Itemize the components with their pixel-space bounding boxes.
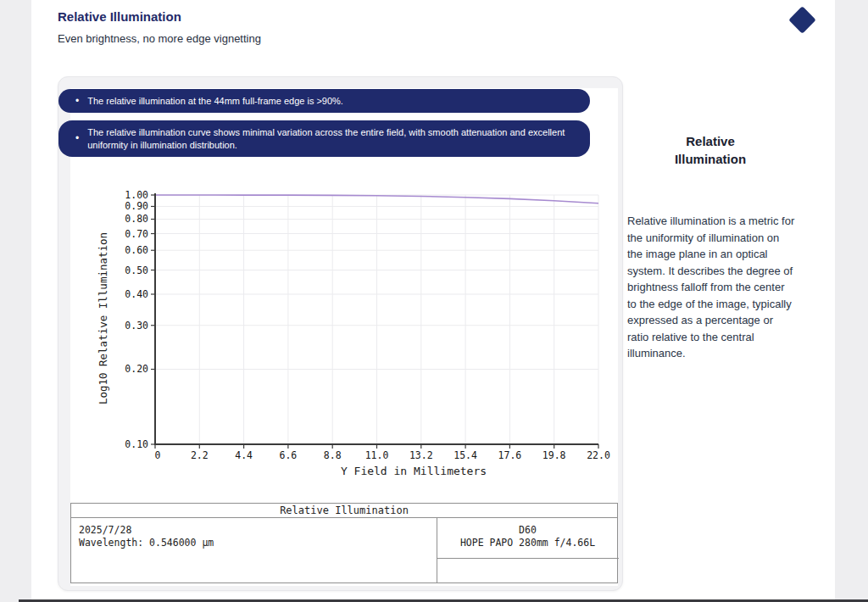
x-tick-label: 8.8: [324, 449, 342, 461]
sidebar-heading: Relative Illumination: [627, 132, 793, 168]
y-tick-label: 0.10: [125, 438, 148, 450]
y-tick-label: 0.30: [125, 320, 148, 332]
y-tick-label: 1.00: [125, 189, 148, 201]
table-wavelength: Wavelength: 0.546000 µm: [79, 537, 214, 549]
left-margin-strip: [0, 0, 31, 602]
callout-text-1: The relative illumination at the 44mm fu…: [87, 95, 343, 108]
x-tick-label: 19.8: [542, 449, 566, 461]
x-tick-label: 22.0: [587, 449, 610, 461]
page-title: Relative Illumination: [58, 9, 181, 24]
y-tick-label: 0.20: [125, 363, 148, 375]
x-tick-label: 4.4: [235, 449, 253, 461]
x-tick-label: 17.6: [498, 449, 522, 461]
x-tick-label: 15.4: [453, 449, 477, 461]
x-tick-label: 11.0: [365, 449, 389, 461]
right-margin-strip: [835, 0, 868, 602]
lens-info-table: Relative Illumination 2025/7/28 Waveleng…: [70, 503, 618, 583]
callout-text-2: The relative illumination curve shows mi…: [87, 126, 568, 151]
diamond-logo-icon: [788, 6, 816, 34]
table-cell-date-wavelength: 2025/7/28 Wavelength: 0.546000 µm: [79, 524, 214, 549]
sidebar-description: Relative illumination is a metric for th…: [627, 213, 795, 362]
table-body: 2025/7/28 Wavelength: 0.546000 µm D60 HO…: [71, 518, 617, 582]
y-tick-label: 0.50: [125, 265, 148, 276]
table-lens-code: D60: [437, 524, 619, 537]
bullet-icon: •: [75, 95, 79, 108]
table-cell-lens: D60 HOPE PAPO 280mm f/4.66L: [437, 524, 619, 549]
y-tick-label: 0.60: [125, 244, 148, 256]
x-tick-label: 0: [155, 449, 161, 461]
chart-paper: 1.000.900.800.700.600.500.400.300.200.10…: [70, 88, 618, 586]
callout-pill-2: • The relative illumination curve shows …: [58, 120, 590, 157]
x-axis-title: Y Field in Millimeters: [225, 465, 603, 477]
callout-pill-1: • The relative illumination at the 44mm …: [58, 89, 590, 113]
page-subtitle: Even brightness, no more edge vignetting: [58, 32, 261, 45]
x-tick-label: 13.2: [409, 449, 433, 461]
x-tick-label: 2.2: [191, 449, 209, 461]
y-tick-label: 0.80: [125, 213, 148, 225]
y-tick-label: 0.40: [125, 288, 148, 300]
y-tick-label: 0.90: [125, 200, 148, 212]
bullet-icon: •: [75, 132, 79, 145]
table-header: Relative Illumination: [71, 504, 617, 518]
table-right-divider: [437, 558, 619, 559]
y-tick-label: 0.70: [125, 228, 148, 240]
table-date: 2025/7/28: [79, 524, 214, 537]
y-axis-title: Log10 Relative Illumination: [97, 204, 109, 433]
chart-card: • The relative illumination at the 44mm …: [58, 76, 623, 591]
x-tick-label: 6.6: [280, 449, 298, 461]
table-lens-name: HOPE PAPO 280mm f/4.66L: [437, 537, 619, 549]
